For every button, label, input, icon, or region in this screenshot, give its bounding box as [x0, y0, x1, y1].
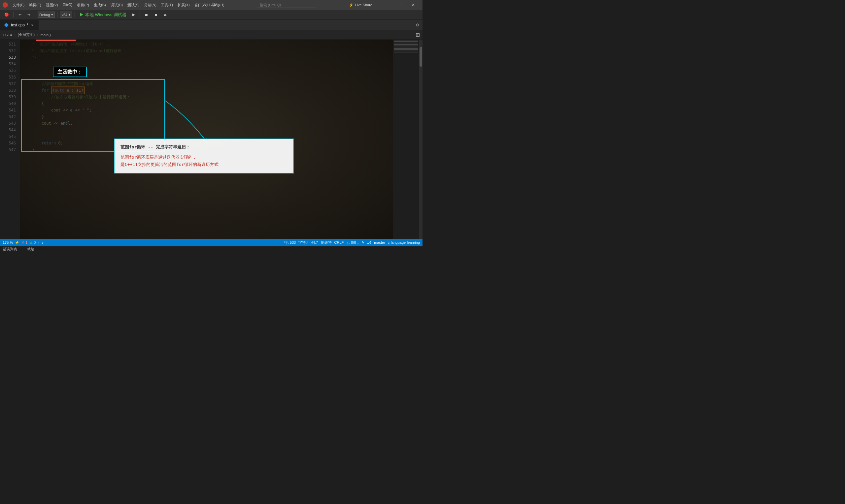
continue-button[interactable]: ▶: [130, 12, 137, 18]
toolbar-sep-5: [140, 12, 140, 17]
toolbar: 🔴 ↩ ↪ Debug ▾ x64 ▾ ▶ 本地 Windows 调试器 ▶ ⏹…: [0, 10, 423, 20]
menu-project[interactable]: 项目(P): [75, 2, 91, 8]
info-box-desc: 范围for循环底层是通过迭代器实现的， 是C++11支持的更简洁的范围for循环…: [121, 154, 287, 168]
line-541: 541: [0, 107, 16, 113]
line-536: 536: [0, 74, 16, 80]
code-line-543: cout << endl;: [20, 120, 393, 127]
close-button[interactable]: ✕: [407, 0, 420, 10]
search-input[interactable]: [257, 2, 316, 8]
for-highlight: (auto e : s1): [51, 86, 85, 94]
status-right: 行: 533 字符:4 列:7 制表符 CRLF ↑↓ 0/0 ↓ ✎ ⎇ ma…: [284, 240, 420, 245]
platform-dropdown[interactable]: x64 ▾: [60, 12, 72, 18]
code-line-534: [20, 61, 393, 67]
error-count[interactable]: ✕ 1: [21, 240, 28, 245]
tab-filename: test.cpp: [11, 23, 25, 28]
line-535: 535: [0, 67, 16, 74]
menu-debug[interactable]: 调试(D): [109, 2, 125, 8]
down-arrow[interactable]: ↓: [41, 240, 43, 245]
line-543: 543: [0, 120, 16, 127]
info-desc-2: 是C++11支持的更简洁的范围for循环的新遍历方式: [121, 161, 287, 168]
menu-extensions[interactable]: 扩展(X): [176, 2, 192, 8]
scrollbar-thumb[interactable]: [420, 47, 422, 67]
code-line-541: cout << e << " ";: [20, 107, 393, 113]
line-531: 531: [0, 41, 16, 48]
toolbar-extra-2[interactable]: ⏺: [152, 12, 160, 18]
toolbar-extra-3[interactable]: ⏭: [161, 12, 170, 18]
menu-test[interactable]: 测试(S): [125, 2, 142, 8]
run-button[interactable]: ▶ 本地 Windows 调试器: [77, 11, 129, 19]
minimize-button[interactable]: ─: [380, 0, 393, 10]
titlebar: 文件(F) 编辑(E) 视图(V) Git(G) 项目(P) 生成(B) 调试(…: [0, 0, 423, 10]
vertical-scrollbar[interactable]: [419, 40, 423, 239]
code-line-545: [20, 133, 393, 140]
encoding-info: CRLF: [334, 240, 344, 245]
warning-count[interactable]: ⚠ 0: [29, 240, 36, 245]
tab-spacer: [39, 20, 412, 30]
menu-git[interactable]: Git(G): [60, 2, 74, 8]
collapse-button[interactable]: ⊞: [416, 32, 420, 38]
live-share-icon: ⚡: [349, 3, 353, 7]
tab-settings-button[interactable]: ⚙: [412, 20, 423, 30]
code-line-539: //依次取容器对象s1放入e中进行循环遍历：: [20, 94, 393, 100]
minimap-line-7: [394, 48, 418, 49]
run-label: ▶ 本地 Windows 调试器: [80, 12, 126, 17]
line-547: 547: [0, 146, 16, 153]
status-sep-1: ⚡: [15, 240, 19, 245]
code-line-544: [20, 127, 393, 133]
menu-build[interactable]: 生成(B): [92, 2, 108, 8]
git-icon: ⎇: [367, 240, 371, 245]
code-editor[interactable]: * 要进行遍历的话，得调整it (it++) ， * 所以不能直接在iterat…: [20, 40, 393, 239]
config-arrow: ▾: [51, 13, 53, 17]
tab-test-cpp[interactable]: 🔷 test.cpp * ×: [0, 20, 39, 30]
line-546: 546: [0, 140, 16, 146]
live-share-label: Live Share: [355, 3, 372, 7]
error-icon: ✕: [21, 240, 24, 245]
tab-close-button[interactable]: ×: [30, 23, 34, 28]
editor-main: 531 532 533 534 535 536 537 538 539 540 …: [0, 40, 423, 239]
warning-num: 0: [34, 240, 36, 245]
project-name: c-language-learning: [388, 240, 420, 245]
bottom-panel-label: 错误列表: [3, 247, 17, 252]
line-545: 545: [0, 133, 16, 140]
line-537: 537: [0, 80, 16, 87]
tab-icon: 🔷: [4, 23, 9, 28]
minimap-line-5: [394, 45, 418, 46]
line-info: 行: 533: [284, 240, 296, 245]
col-info: 列:7: [311, 240, 318, 245]
platform-arrow: ▾: [69, 13, 71, 17]
toolbar-undo[interactable]: ↩: [16, 12, 24, 18]
minimap-line-9: [394, 51, 418, 52]
window-controls: ─ □ ✕: [380, 0, 420, 10]
menu-file[interactable]: 文件(F): [11, 2, 27, 8]
line-544: 544: [0, 127, 16, 133]
line-534: 534: [0, 61, 16, 67]
breadcrumb-scope-dropdown[interactable]: (全局范围): [18, 32, 35, 37]
line-538: 538: [0, 87, 16, 94]
zoom-level: 175 %: [3, 240, 13, 245]
error-num: 1: [25, 240, 28, 245]
live-share-button[interactable]: ⚡ Live Share: [346, 2, 375, 8]
info-desc-1: 范围for循环底层是通过迭代器实现的，: [121, 154, 287, 161]
ready-status: 就绪: [27, 247, 34, 252]
toolbar-sep-2: [35, 12, 35, 17]
line-542: 542: [0, 113, 16, 120]
toolbar-extra-1[interactable]: ⏹: [142, 12, 151, 18]
menu-tools[interactable]: 工具(T): [159, 2, 175, 8]
char-info: 字符:4: [298, 240, 309, 245]
toolbar-sep-3: [57, 12, 57, 17]
up-arrow[interactable]: ↑: [38, 240, 40, 245]
code-line-537: //容器都能支持范围for循环：: [20, 80, 393, 87]
menu-edit[interactable]: 编辑(E): [27, 2, 43, 8]
breadcrumb-project: 11-14: [3, 33, 12, 37]
maximize-button[interactable]: □: [393, 0, 407, 10]
toolbar-sep-1: [14, 12, 14, 17]
toolbar-redo[interactable]: ↪: [25, 12, 33, 18]
breadcrumb-func-dropdown[interactable]: main(): [40, 33, 51, 37]
config-dropdown[interactable]: Debug ▾: [38, 12, 55, 18]
menu-view[interactable]: 视图(V): [44, 2, 60, 8]
editor-breadcrumb: 11-14 › (全局范围) › main() ⊞: [0, 30, 423, 40]
toolbar-new[interactable]: 🔴: [2, 12, 11, 18]
minimap-line-10: [394, 52, 418, 53]
menu-analyze[interactable]: 分析(N): [142, 2, 158, 8]
minimap-line-8: [394, 49, 418, 50]
